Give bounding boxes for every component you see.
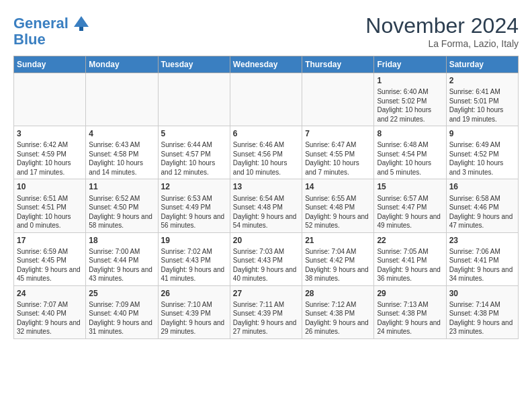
col-header-sunday: Sunday <box>14 56 86 73</box>
calendar-cell-w3-d3: 20Sunrise: 7:03 AM Sunset: 4:43 PM Dayli… <box>230 232 302 285</box>
calendar-cell-w3-d6: 23Sunrise: 7:06 AM Sunset: 4:41 PM Dayli… <box>446 232 518 285</box>
calendar-cell-w2-d4: 14Sunrise: 6:55 AM Sunset: 4:48 PM Dayli… <box>302 179 374 232</box>
calendar-cell-w4-d0: 24Sunrise: 7:07 AM Sunset: 4:40 PM Dayli… <box>14 285 86 338</box>
calendar-cell-w0-d1 <box>86 73 158 126</box>
day-number: 20 <box>233 235 299 246</box>
calendar-cell-w1-d3: 6Sunrise: 6:46 AM Sunset: 4:56 PM Daylig… <box>230 126 302 179</box>
day-number: 14 <box>305 181 371 192</box>
day-info: Sunrise: 7:11 AM Sunset: 4:39 PM Dayligh… <box>233 300 299 336</box>
day-info: Sunrise: 7:02 AM Sunset: 4:43 PM Dayligh… <box>161 247 227 283</box>
day-info: Sunrise: 7:09 AM Sunset: 4:40 PM Dayligh… <box>89 300 154 336</box>
day-number: 11 <box>89 181 154 192</box>
day-number: 16 <box>449 181 515 192</box>
col-header-saturday: Saturday <box>446 56 518 73</box>
day-number: 26 <box>161 288 227 299</box>
day-info: Sunrise: 6:44 AM Sunset: 4:57 PM Dayligh… <box>161 140 227 177</box>
calendar-cell-w1-d4: 7Sunrise: 6:47 AM Sunset: 4:55 PM Daylig… <box>302 126 374 179</box>
day-number: 3 <box>17 128 83 139</box>
day-info: Sunrise: 6:54 AM Sunset: 4:48 PM Dayligh… <box>233 194 299 230</box>
col-header-monday: Monday <box>86 56 158 73</box>
calendar-table: SundayMondayTuesdayWednesdayThursdayFrid… <box>13 56 519 339</box>
col-header-friday: Friday <box>374 56 446 73</box>
day-number: 9 <box>449 128 515 139</box>
day-number: 29 <box>377 288 443 299</box>
logo: General Blue <box>13 13 91 48</box>
day-number: 27 <box>233 288 299 299</box>
day-number: 1 <box>377 75 443 86</box>
calendar-cell-w2-d5: 15Sunrise: 6:57 AM Sunset: 4:47 PM Dayli… <box>374 179 446 232</box>
day-info: Sunrise: 7:00 AM Sunset: 4:44 PM Dayligh… <box>89 247 154 283</box>
calendar-cell-w4-d2: 26Sunrise: 7:10 AM Sunset: 4:39 PM Dayli… <box>158 285 230 338</box>
calendar-cell-w0-d3 <box>230 73 302 126</box>
title-area: November 2024 La Forma, Lazio, Italy <box>365 13 519 49</box>
day-info: Sunrise: 6:52 AM Sunset: 4:50 PM Dayligh… <box>89 194 154 230</box>
day-info: Sunrise: 6:49 AM Sunset: 4:52 PM Dayligh… <box>449 140 515 177</box>
day-number: 12 <box>161 181 227 192</box>
calendar-cell-w3-d5: 22Sunrise: 7:05 AM Sunset: 4:41 PM Dayli… <box>374 232 446 285</box>
calendar-cell-w0-d5: 1Sunrise: 6:40 AM Sunset: 5:02 PM Daylig… <box>374 73 446 126</box>
col-header-wednesday: Wednesday <box>230 56 302 73</box>
calendar-cell-w2-d1: 11Sunrise: 6:52 AM Sunset: 4:50 PM Dayli… <box>86 179 158 232</box>
calendar-cell-w1-d2: 5Sunrise: 6:44 AM Sunset: 4:57 PM Daylig… <box>158 126 230 179</box>
calendar-cell-w0-d0 <box>14 73 86 126</box>
day-number: 6 <box>233 128 299 139</box>
day-info: Sunrise: 6:55 AM Sunset: 4:48 PM Dayligh… <box>305 194 371 230</box>
day-number: 13 <box>233 181 299 192</box>
day-info: Sunrise: 6:57 AM Sunset: 4:47 PM Dayligh… <box>377 194 443 230</box>
day-info: Sunrise: 7:03 AM Sunset: 4:43 PM Dayligh… <box>233 247 299 283</box>
calendar-cell-w0-d2 <box>158 73 230 126</box>
day-info: Sunrise: 7:14 AM Sunset: 4:38 PM Dayligh… <box>449 300 515 336</box>
day-number: 23 <box>449 235 515 246</box>
day-info: Sunrise: 7:04 AM Sunset: 4:42 PM Dayligh… <box>305 247 371 283</box>
day-info: Sunrise: 7:12 AM Sunset: 4:38 PM Dayligh… <box>305 300 371 336</box>
day-info: Sunrise: 7:10 AM Sunset: 4:39 PM Dayligh… <box>161 300 227 336</box>
day-info: Sunrise: 6:59 AM Sunset: 4:45 PM Dayligh… <box>17 247 83 283</box>
svg-rect-1 <box>79 27 83 31</box>
day-number: 4 <box>89 128 154 139</box>
calendar-cell-w1-d5: 8Sunrise: 6:48 AM Sunset: 4:54 PM Daylig… <box>374 126 446 179</box>
calendar-cell-w4-d3: 27Sunrise: 7:11 AM Sunset: 4:39 PM Dayli… <box>230 285 302 338</box>
calendar-cell-w3-d2: 19Sunrise: 7:02 AM Sunset: 4:43 PM Dayli… <box>158 232 230 285</box>
day-info: Sunrise: 6:46 AM Sunset: 4:56 PM Dayligh… <box>233 140 299 177</box>
header: General Blue November 2024 La Forma, Laz… <box>13 13 519 49</box>
day-info: Sunrise: 6:43 AM Sunset: 4:58 PM Dayligh… <box>89 140 154 177</box>
calendar-cell-w4-d6: 30Sunrise: 7:14 AM Sunset: 4:38 PM Dayli… <box>446 285 518 338</box>
day-info: Sunrise: 6:42 AM Sunset: 4:59 PM Dayligh… <box>17 140 83 177</box>
calendar-subtitle: La Forma, Lazio, Italy <box>365 38 519 49</box>
day-info: Sunrise: 6:40 AM Sunset: 5:02 PM Dayligh… <box>377 87 443 124</box>
col-header-tuesday: Tuesday <box>158 56 230 73</box>
calendar-cell-w2-d0: 10Sunrise: 6:51 AM Sunset: 4:51 PM Dayli… <box>14 179 86 232</box>
calendar-title: November 2024 <box>365 13 519 38</box>
day-number: 17 <box>17 235 83 246</box>
day-number: 8 <box>377 128 443 139</box>
day-info: Sunrise: 6:51 AM Sunset: 4:51 PM Dayligh… <box>17 194 83 230</box>
calendar-cell-w3-d0: 17Sunrise: 6:59 AM Sunset: 4:45 PM Dayli… <box>14 232 86 285</box>
day-info: Sunrise: 7:06 AM Sunset: 4:41 PM Dayligh… <box>449 247 515 283</box>
calendar-cell-w0-d6: 2Sunrise: 6:41 AM Sunset: 5:01 PM Daylig… <box>446 73 518 126</box>
day-number: 2 <box>449 75 515 86</box>
day-number: 18 <box>89 235 154 246</box>
svg-marker-0 <box>74 16 89 27</box>
day-number: 15 <box>377 181 443 192</box>
day-info: Sunrise: 6:53 AM Sunset: 4:49 PM Dayligh… <box>161 194 227 230</box>
calendar-cell-w2-d6: 16Sunrise: 6:58 AM Sunset: 4:46 PM Dayli… <box>446 179 518 232</box>
day-info: Sunrise: 6:58 AM Sunset: 4:46 PM Dayligh… <box>449 194 515 230</box>
calendar-cell-w4-d5: 29Sunrise: 7:13 AM Sunset: 4:38 PM Dayli… <box>374 285 446 338</box>
calendar-cell-w4-d1: 25Sunrise: 7:09 AM Sunset: 4:40 PM Dayli… <box>86 285 158 338</box>
day-info: Sunrise: 6:41 AM Sunset: 5:01 PM Dayligh… <box>449 87 515 124</box>
day-number: 24 <box>17 288 83 299</box>
day-number: 30 <box>449 288 515 299</box>
day-number: 22 <box>377 235 443 246</box>
day-number: 25 <box>89 288 154 299</box>
day-number: 7 <box>305 128 371 139</box>
calendar-cell-w4-d4: 28Sunrise: 7:12 AM Sunset: 4:38 PM Dayli… <box>302 285 374 338</box>
calendar-cell-w3-d4: 21Sunrise: 7:04 AM Sunset: 4:42 PM Dayli… <box>302 232 374 285</box>
day-number: 5 <box>161 128 227 139</box>
day-info: Sunrise: 6:48 AM Sunset: 4:54 PM Dayligh… <box>377 140 443 177</box>
day-number: 19 <box>161 235 227 246</box>
day-number: 21 <box>305 235 371 246</box>
day-info: Sunrise: 6:47 AM Sunset: 4:55 PM Dayligh… <box>305 140 371 177</box>
day-number: 28 <box>305 288 371 299</box>
day-number: 10 <box>17 181 83 192</box>
calendar-cell-w2-d2: 12Sunrise: 6:53 AM Sunset: 4:49 PM Dayli… <box>158 179 230 232</box>
